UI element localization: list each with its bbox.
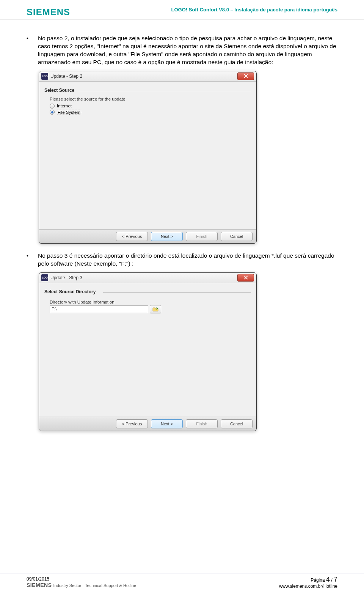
page-indicator: Página 4 / 7 [279, 576, 337, 584]
dialog-body: Select Source Directory Directory with U… [39, 283, 256, 417]
radio-icon [50, 110, 55, 115]
radio-internet[interactable]: Internet [50, 104, 251, 109]
bullet-dot: • [27, 252, 38, 268]
update-step2-dialog: LOG Update - Step 2 Select Source Please… [39, 71, 257, 244]
page-content: • No passo 2, o instalador pede que seja… [0, 19, 364, 431]
previous-button[interactable]: < Previous [116, 419, 148, 428]
button-bar: < Previous Next > Finish Cancel [39, 417, 256, 431]
page-header: SIEMENS LOGO! Soft Confort V8.0 – Instal… [0, 0, 364, 19]
close-button[interactable] [237, 72, 254, 80]
instruction-text: Please select the source for the update [50, 97, 251, 101]
bullet-item: • No passo 2, o instalador pede que seja… [27, 35, 337, 66]
finish-button[interactable]: Finish [186, 232, 218, 241]
select-source-group: Select Source Please select the source f… [44, 88, 251, 115]
next-button[interactable]: Next > [151, 419, 183, 428]
finish-button[interactable]: Finish [186, 419, 218, 428]
paragraph-1: No passo 2, o instalador pede que seja s… [38, 35, 337, 66]
select-dir-group: Select Source Directory Directory with U… [44, 289, 251, 313]
folder-open-icon [152, 307, 159, 312]
titlebar: LOG Update - Step 3 [39, 273, 256, 283]
footer-division: Industry Sector - Technical Support & Ho… [53, 583, 136, 588]
cancel-button[interactable]: Cancel [221, 419, 253, 428]
button-bar: < Previous Next > Finish Cancel [39, 229, 256, 243]
footer-url: www.siemens.com.br/Hotline [279, 584, 337, 589]
footer-logo: SIEMENS [27, 582, 52, 588]
update-step3-dialog: LOG Update - Step 3 Select Source Direct… [39, 272, 257, 431]
titlebar: LOG Update - Step 2 [39, 71, 256, 82]
close-button[interactable] [237, 274, 254, 282]
siemens-logo: SIEMENS [27, 7, 70, 17]
bullet-item: • No passo 3 é necessário apontar o dire… [27, 252, 337, 268]
group-title: Select Source [44, 88, 74, 93]
close-icon [244, 275, 248, 280]
next-button[interactable]: Next > [151, 232, 183, 241]
close-icon [244, 74, 248, 78]
browse-button[interactable] [150, 305, 161, 313]
radio-filesystem[interactable]: File System [50, 110, 251, 115]
dialog-title: Update - Step 3 [50, 275, 82, 280]
previous-button[interactable]: < Previous [116, 232, 148, 241]
radio-icon [50, 104, 55, 109]
radio-internet-label: Internet [57, 104, 72, 108]
dialog-body: Select Source Please select the source f… [39, 82, 256, 229]
app-icon: LOG [41, 274, 48, 281]
paragraph-2: No passo 3 é necessário apontar o diretó… [38, 252, 337, 268]
directory-label: Directory with Update Information [50, 300, 251, 304]
cancel-button[interactable]: Cancel [221, 232, 253, 241]
group-title: Select Source Directory [44, 289, 96, 294]
page-footer: 09/01/2015 SIEMENS Industry Sector - Tec… [0, 573, 364, 589]
directory-input[interactable]: F:\ [50, 305, 148, 313]
dialog-title: Update - Step 2 [50, 74, 82, 79]
radio-filesystem-label: File System [57, 110, 81, 115]
doc-title: LOGO! Soft Confort V8.0 – Instalação de … [171, 7, 337, 13]
app-icon: LOG [41, 73, 48, 80]
footer-date: 09/01/2015 [27, 576, 136, 582]
bullet-dot: • [27, 35, 38, 66]
